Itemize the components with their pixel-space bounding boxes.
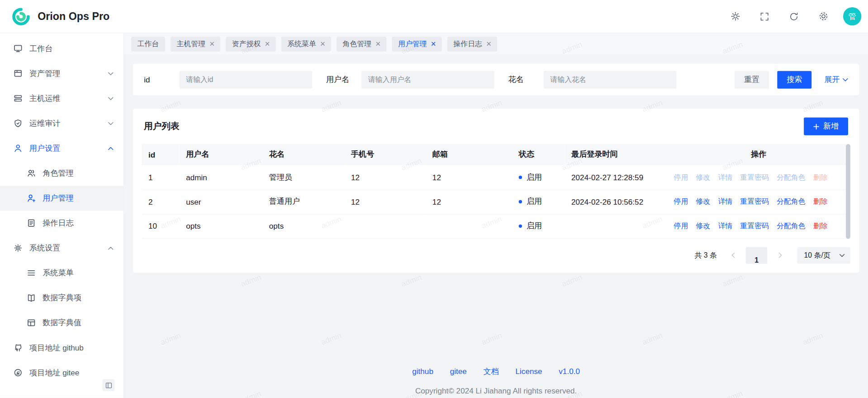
tab-host-management[interactable]: 主机管理 xyxy=(171,36,220,51)
tab-operation-log[interactable]: 操作日志 xyxy=(447,36,497,51)
tab-workbench[interactable]: 工作台 xyxy=(131,36,165,51)
edit-user-link[interactable]: 修改 xyxy=(696,221,710,231)
nickname-input[interactable] xyxy=(544,71,677,88)
sidebar-item-github[interactable]: 项目地址 github xyxy=(0,335,123,360)
assign-roles-link[interactable]: 分配角色 xyxy=(777,221,806,231)
delete-user-link[interactable]: 删除 xyxy=(813,221,828,231)
refresh-button[interactable] xyxy=(784,7,803,26)
page-1-button[interactable]: 1 xyxy=(746,247,768,264)
gear-icon xyxy=(13,243,23,253)
tab-role-management[interactable]: 角色管理 xyxy=(337,36,386,51)
close-tab-icon[interactable] xyxy=(376,42,380,46)
app-root: Orion Ops Pro 管 工作台 资产管理 xyxy=(0,0,868,398)
sidebar-item-asset-management[interactable]: 资产管理 xyxy=(0,61,123,86)
sidebar-item-user-management[interactable]: 用户管理 xyxy=(0,186,123,211)
app-title: Orion Ops Pro xyxy=(38,10,109,23)
theme-toggle-button[interactable] xyxy=(726,7,745,26)
reset-password-link[interactable]: 重置密码 xyxy=(740,221,769,231)
sidebar-item-ops-audit[interactable]: 运维审计 xyxy=(0,111,123,136)
cell-id: 2 xyxy=(142,190,179,214)
status-dot xyxy=(519,225,522,228)
book-icon xyxy=(27,293,36,302)
cell-id: 10 xyxy=(142,214,179,238)
sidebar-item-operation-log[interactable]: 操作日志 xyxy=(0,211,123,235)
sidebar-item-role-management[interactable]: 角色管理 xyxy=(0,161,123,186)
row-actions: 停用 修改 详情 重置密码 分配角色 删除 xyxy=(674,221,844,231)
chevron-right-icon xyxy=(778,252,783,258)
reset-password-link[interactable]: 重置密码 xyxy=(740,197,769,206)
chevron-down-icon xyxy=(843,78,848,81)
tab-asset-authorization[interactable]: 资产授权 xyxy=(226,36,275,51)
disable-user-link[interactable]: 停用 xyxy=(674,197,688,206)
delete-user-link[interactable]: 删除 xyxy=(813,197,828,206)
sidebar-item-label: 用户设置 xyxy=(29,143,61,153)
table-wrap: id 用户名 花名 手机号 邮箱 状态 最后登录时间 操作 xyxy=(142,144,850,239)
user-detail-link[interactable]: 详情 xyxy=(718,197,732,206)
search-actions: 重置 搜索 展开 xyxy=(735,71,848,88)
disable-user-link[interactable]: 停用 xyxy=(674,172,688,182)
cell-id: 1 xyxy=(142,165,179,190)
delete-user-link[interactable]: 删除 xyxy=(813,172,828,182)
collapse-sidebar-button[interactable] xyxy=(102,379,114,391)
table-icon xyxy=(27,318,36,328)
close-tab-icon[interactable] xyxy=(321,42,325,46)
footer-link-docs[interactable]: 文档 xyxy=(484,367,499,377)
menu-icon xyxy=(27,268,36,278)
cell-mobile xyxy=(344,214,426,238)
cell-nickname: 普通用户 xyxy=(262,190,344,214)
sidebar-item-label: 项目地址 github xyxy=(29,343,84,353)
username-label: 用户名 xyxy=(326,75,351,85)
tab-user-management[interactable]: 用户管理 xyxy=(392,36,442,51)
disable-user-link[interactable]: 停用 xyxy=(674,221,688,231)
edit-user-link[interactable]: 修改 xyxy=(696,197,710,206)
expand-label: 展开 xyxy=(824,75,840,85)
close-tab-icon[interactable] xyxy=(431,42,436,46)
gitee-icon xyxy=(13,368,23,378)
id-input[interactable] xyxy=(180,71,313,88)
sidebar-item-dict-item[interactable]: 数据字典项 xyxy=(0,285,123,310)
status-dot xyxy=(519,176,522,179)
fullscreen-button[interactable] xyxy=(755,7,774,26)
close-tab-icon[interactable] xyxy=(487,42,491,46)
cell-mobile: 12 xyxy=(344,190,426,214)
user-detail-link[interactable]: 详情 xyxy=(718,221,732,231)
col-email: 邮箱 xyxy=(426,144,512,165)
cell-last-login: 2024-02-26 10:56:52 xyxy=(564,190,667,214)
footer-link-version[interactable]: v1.0.0 xyxy=(559,367,580,377)
assign-roles-link[interactable]: 分配角色 xyxy=(777,172,806,182)
sidebar-item-system-menu[interactable]: 系统菜单 xyxy=(0,260,123,285)
expand-filters-link[interactable]: 展开 xyxy=(824,75,848,85)
reset-button[interactable]: 重置 xyxy=(735,71,769,88)
username-input[interactable] xyxy=(361,71,494,88)
footer-link-gitee[interactable]: gitee xyxy=(450,367,467,377)
sidebar-item-workbench[interactable]: 工作台 xyxy=(0,36,123,61)
brand[interactable]: Orion Ops Pro xyxy=(11,6,109,26)
close-tab-icon[interactable] xyxy=(265,42,270,46)
tab-system-menu[interactable]: 系统菜单 xyxy=(281,36,331,51)
table-scrollbar[interactable] xyxy=(846,144,850,239)
footer-link-github[interactable]: github xyxy=(412,367,433,377)
search-button[interactable]: 搜索 xyxy=(777,71,811,88)
sidebar-item-dict-value[interactable]: 数据字典值 xyxy=(0,310,123,335)
sidebar-item-system-settings[interactable]: 系统设置 xyxy=(0,235,123,260)
sidebar-item-label: 数据字典项 xyxy=(43,293,81,303)
sidebar-item-user-settings[interactable]: 用户设置 xyxy=(0,136,123,161)
footer-link-license[interactable]: License xyxy=(516,367,542,377)
reset-password-link[interactable]: 重置密码 xyxy=(740,172,769,182)
page-size-select[interactable]: 10 条/页 xyxy=(797,247,850,264)
user-detail-link[interactable]: 详情 xyxy=(718,172,732,182)
page-size-value: 10 条/页 xyxy=(804,250,830,260)
user-avatar[interactable]: 管 xyxy=(843,7,861,25)
assign-roles-link[interactable]: 分配角色 xyxy=(777,197,806,206)
close-tab-icon[interactable] xyxy=(210,42,214,46)
edit-user-link[interactable]: 修改 xyxy=(696,172,710,182)
sidebar-item-host-ops[interactable]: 主机运维 xyxy=(0,86,123,111)
app-window: Orion Ops Pro 管 工作台 资产管理 xyxy=(0,0,868,398)
header-actions: 管 xyxy=(726,7,862,26)
settings-button[interactable] xyxy=(814,7,833,26)
add-user-button[interactable]: 新增 xyxy=(804,117,848,135)
document-icon xyxy=(27,218,36,228)
next-page-button[interactable] xyxy=(772,247,788,264)
shield-icon xyxy=(13,119,23,128)
prev-page-button[interactable] xyxy=(725,247,741,264)
